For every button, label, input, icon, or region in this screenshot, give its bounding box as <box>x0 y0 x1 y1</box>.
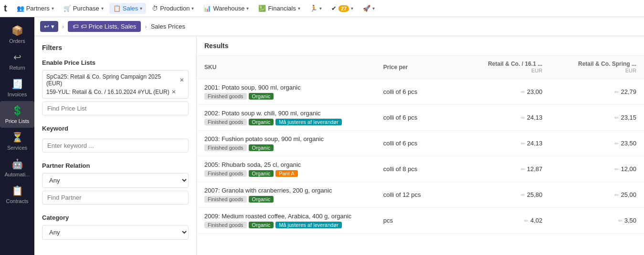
nav-partners[interactable]: 👥 Partners ▾ <box>13 3 58 14</box>
sidebar-item-services[interactable]: ⏳ Services <box>0 128 34 154</box>
sidebar-item-return[interactable]: ↩ Return <box>0 48 34 74</box>
tag1-remove[interactable]: ✕ <box>179 77 184 83</box>
results-panel: Results SKU Price per Retail & Co. / 16.… <box>197 36 644 255</box>
keyword-input[interactable] <box>42 139 189 153</box>
partner-relation-section: Partner Relation Any <box>42 162 189 204</box>
edit-icon-retail2: ✏ <box>618 218 623 224</box>
badge-row: Finished goodsOrganic <box>204 196 368 203</box>
cell-retail2-price[interactable]: ✏3,50 <box>550 208 644 234</box>
sidebar: 📦 Orders ↩ Return 🧾 Invoices 💲 Price Lis… <box>0 17 34 255</box>
badge: Organic <box>249 119 274 125</box>
edit-icon-retail1: ✏ <box>521 89 525 95</box>
purchase-icon: 🛒 <box>63 5 71 12</box>
edit-icon-retail2: ✏ <box>614 141 619 146</box>
partner-relation-select[interactable]: Any <box>42 173 189 188</box>
cell-retail1-price[interactable]: ✏4,02 <box>456 208 550 234</box>
filters-title: Filters <box>42 44 189 51</box>
badge-row: Finished goodsOrganic <box>204 144 368 151</box>
production-icon: ⏱ <box>152 5 158 12</box>
tag1-text: SpCa25: Retail & Co. Spring Campaign 202… <box>46 73 178 87</box>
cell-retail1-price[interactable]: ✏24,13 <box>456 131 550 156</box>
cell-retail2-price[interactable]: ✏23,15 <box>550 105 644 131</box>
nav-extra1[interactable]: 🏃 ▾ <box>306 3 326 14</box>
product-name: 2005: Rhubarb soda, 25 cl, organic <box>204 161 368 168</box>
badge: Organic <box>249 196 274 203</box>
tasks-badge: 27 <box>338 5 349 12</box>
edit-icon-retail1: ✏ <box>521 166 525 172</box>
nav-rocket[interactable]: 🚀 ▾ <box>359 3 379 14</box>
nav-partners-label: Partners <box>26 5 50 12</box>
cell-sku: 2002: Potato soup w. chili, 900 ml, orga… <box>197 105 376 131</box>
badge-row: Finished goodsOrganic <box>204 93 368 100</box>
table-row[interactable]: 2009: Medium roasted coffee, Arabica, 40… <box>197 208 644 234</box>
badge-row: Finished goodsOrganicPant A <box>204 170 368 177</box>
nav-financials[interactable]: 💹 Financials ▾ <box>254 3 304 14</box>
sales-chevron: ▾ <box>140 6 142 11</box>
sidebar-item-return-label: Return <box>9 65 25 71</box>
app-logo[interactable]: t <box>4 3 7 14</box>
edit-icon-retail1: ✏ <box>524 218 528 224</box>
cell-retail1-price[interactable]: ✏12,87 <box>456 156 550 182</box>
cell-retail2-price[interactable]: ✏22,79 <box>550 79 644 105</box>
keyword-section: Keyword <box>42 125 189 153</box>
sidebar-item-price-lists[interactable]: 💲 Price Lists <box>0 101 34 128</box>
edit-icon-retail2: ✏ <box>614 192 619 198</box>
table-row[interactable]: 2003: Fushion potato soup, 900 ml, organ… <box>197 131 644 156</box>
partners-chevron: ▾ <box>52 6 54 11</box>
layout: 📦 Orders ↩ Return 🧾 Invoices 💲 Price Lis… <box>0 17 644 255</box>
edit-icon-retail2: ✏ <box>614 166 619 172</box>
breadcrumb-back-button[interactable]: ↩ ▾ <box>40 21 58 32</box>
nav-sales[interactable]: 📋 Sales ▾ <box>109 3 147 14</box>
orders-icon: 📦 <box>11 25 23 36</box>
breadcrumb: ↩ ▾ › 🏷 🏷 Price Lists, Sales › Sales Pri… <box>34 17 644 36</box>
sidebar-item-orders[interactable]: 📦 Orders <box>0 21 34 48</box>
nav-tasks[interactable]: ✔ 27 ▾ <box>327 3 357 14</box>
financials-icon: 💹 <box>258 5 266 12</box>
sidebar-item-contracts[interactable]: 📋 Contracts <box>0 181 34 208</box>
nav-purchase[interactable]: 🛒 Purchase ▾ <box>60 3 107 14</box>
extra1-chevron: ▾ <box>319 6 322 11</box>
cell-retail2-price[interactable]: ✏23,50 <box>550 131 644 156</box>
badge: Finished goods <box>204 170 247 177</box>
sidebar-item-automati[interactable]: 🤖 Automati... <box>0 154 34 181</box>
extra1-icon: 🏃 <box>310 5 317 12</box>
cell-price-per: pcs <box>376 208 456 234</box>
main-area: ↩ ▾ › 🏷 🏷 Price Lists, Sales › Sales Pri… <box>34 17 644 255</box>
cell-retail1-price[interactable]: ✏25,80 <box>456 182 550 208</box>
table-row[interactable]: 2007: Granola with cranberries, 200 g, o… <box>197 182 644 208</box>
cell-retail2-price[interactable]: ✏12,00 <box>550 156 644 182</box>
badge: Finished goods <box>204 222 247 228</box>
cell-retail1-price[interactable]: ✏23,00 <box>456 79 550 105</box>
badge-row: Finished goodsOrganicMå justeres af leve… <box>204 119 368 125</box>
cell-retail1-price[interactable]: ✏24,13 <box>456 105 550 131</box>
category-label: Category <box>42 214 189 221</box>
table-row[interactable]: 2001: Potato soup, 900 ml, organic Finis… <box>197 79 644 105</box>
partner-relation-label: Partner Relation <box>42 162 189 169</box>
category-select[interactable]: Any <box>42 225 189 240</box>
breadcrumb-section[interactable]: 🏷 🏷 Price Lists, Sales <box>68 21 141 32</box>
edit-icon-retail2: ✏ <box>614 89 619 95</box>
purchase-chevron: ▾ <box>101 6 104 11</box>
cell-retail2-price[interactable]: ✏25,00 <box>550 182 644 208</box>
warehouse-icon: 📊 <box>203 5 211 12</box>
price-list-tag-2: 159-YUL: Retail & Co. / 16.10.2024 #YUL … <box>46 89 184 95</box>
nav-warehouse[interactable]: 📊 Warehouse ▾ <box>200 3 253 14</box>
table-row[interactable]: 2005: Rhubarb soda, 25 cl, organic Finis… <box>197 156 644 182</box>
contracts-icon: 📋 <box>11 185 23 196</box>
nav-production[interactable]: ⏱ Production ▾ <box>148 3 198 14</box>
results-table: SKU Price per Retail & Co. / 16.1 ... EU… <box>197 56 644 234</box>
tag2-text: 159-YUL: Retail & Co. / 16.10.2024 #YUL … <box>46 89 169 95</box>
sidebar-item-invoices[interactable]: 🧾 Invoices <box>0 74 34 101</box>
cell-sku: 2007: Granola with cranberries, 200 g, o… <box>197 182 376 208</box>
product-name: 2007: Granola with cranberries, 200 g, o… <box>204 187 368 194</box>
edit-icon-retail1: ✏ <box>521 141 525 146</box>
tag2-remove[interactable]: ✕ <box>171 89 176 95</box>
automati-icon: 🤖 <box>11 158 23 170</box>
find-partner-input[interactable] <box>42 191 189 204</box>
badge: Finished goods <box>204 144 247 151</box>
cell-price-per: colli of 8 pcs <box>376 156 456 182</box>
table-row[interactable]: 2002: Potato soup w. chili, 900 ml, orga… <box>197 105 644 131</box>
col-header-price-per: Price per <box>376 56 456 79</box>
cell-sku: 2001: Potato soup, 900 ml, organic Finis… <box>197 79 376 105</box>
find-price-list-input[interactable] <box>42 102 189 115</box>
